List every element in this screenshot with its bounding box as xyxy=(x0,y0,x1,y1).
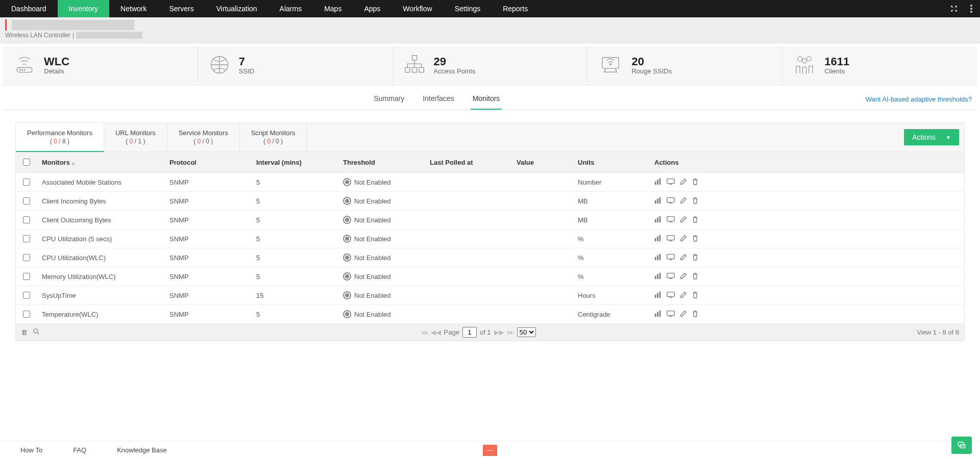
subtab-summary[interactable]: Summary xyxy=(372,88,406,110)
column-header[interactable]: Monitors▲ xyxy=(37,152,164,173)
edit-icon[interactable] xyxy=(680,253,687,262)
edit-icon[interactable] xyxy=(680,291,687,300)
chart-icon[interactable] xyxy=(654,253,662,262)
chart-icon[interactable] xyxy=(654,197,662,206)
row-checkbox[interactable] xyxy=(23,197,30,205)
column-header[interactable]: Value xyxy=(511,152,573,173)
monitor-name[interactable]: Client Outcoming Bytes xyxy=(37,211,164,230)
stat-card-4[interactable]: 1611 Clients xyxy=(782,46,977,85)
edit-icon[interactable] xyxy=(680,216,687,224)
monitor-name[interactable]: CPU Utilization(WLC) xyxy=(37,248,164,267)
nav-item-workflow[interactable]: Workflow xyxy=(391,0,443,17)
table-row: Associated Mobile Stations SNMP 5 Not En… xyxy=(16,173,965,192)
monitor-tab-1[interactable]: URL Monitors( 0 / 1 ) xyxy=(104,123,167,151)
monitor-name[interactable]: Memory Utilization(WLC) xyxy=(37,267,164,286)
row-checkbox[interactable] xyxy=(23,254,30,261)
trash-icon[interactable] xyxy=(692,253,698,262)
chart-icon[interactable] xyxy=(654,291,662,300)
edit-icon[interactable] xyxy=(680,272,687,281)
first-page-icon[interactable]: ⏮ xyxy=(421,328,428,336)
monitor-tab-3[interactable]: Script Monitors( 0 / 0 ) xyxy=(240,123,307,151)
subtab-interfaces[interactable]: Interfaces xyxy=(421,88,456,110)
trash-icon[interactable] xyxy=(692,291,698,300)
search-icon[interactable] xyxy=(33,328,40,337)
last-page-icon[interactable]: ⏭ xyxy=(507,328,514,336)
monitor-name[interactable]: CPU Utilization (5 secs) xyxy=(37,230,164,248)
device-sub-redacted xyxy=(76,32,142,39)
monitor-icon[interactable] xyxy=(667,178,675,187)
monitor-tab-2[interactable]: Service Monitors( 0 / 0 ) xyxy=(167,123,240,151)
ai-thresholds-link[interactable]: Want AI-based adaptive thresholds? xyxy=(866,95,972,103)
nav-item-reports[interactable]: Reports xyxy=(492,0,539,17)
column-header[interactable]: Threshold xyxy=(338,152,425,173)
row-checkbox[interactable] xyxy=(23,273,30,280)
more-icon[interactable] xyxy=(963,0,980,17)
nav-item-apps[interactable]: Apps xyxy=(353,0,391,17)
trash-icon[interactable] xyxy=(692,272,698,281)
next-page-icon[interactable]: ▶▶ xyxy=(494,328,504,336)
chart-icon[interactable] xyxy=(654,216,662,224)
stat-card-0[interactable]: WLC Details xyxy=(3,46,198,85)
column-header[interactable]: Protocol xyxy=(164,152,251,173)
row-checkbox[interactable] xyxy=(23,311,30,318)
nav-item-dashboard[interactable]: Dashboard xyxy=(0,0,58,17)
column-header[interactable]: Units xyxy=(573,152,649,173)
monitor-value xyxy=(511,211,573,230)
nav-item-servers[interactable]: Servers xyxy=(158,0,205,17)
edit-icon[interactable] xyxy=(680,178,687,187)
monitor-tab-0[interactable]: Performance Monitors( 0 / 8 ) xyxy=(16,123,104,152)
nav-item-network[interactable]: Network xyxy=(109,0,158,17)
row-checkbox[interactable] xyxy=(23,216,30,223)
monitor-icon[interactable] xyxy=(667,235,675,243)
select-all-checkbox[interactable] xyxy=(23,159,30,166)
stat-card-3[interactable]: 20 Rouge SSIDs xyxy=(587,46,782,85)
trash-icon[interactable] xyxy=(692,235,698,243)
chart-icon[interactable] xyxy=(654,310,662,319)
monitor-name[interactable]: Temperature(WLC) xyxy=(37,305,164,324)
monitor-lastpolled xyxy=(425,192,511,211)
monitor-name[interactable]: Client Incoming Bytes xyxy=(37,192,164,211)
table-row: Temperature(WLC) SNMP 5 Not Enabled Cent… xyxy=(16,305,965,324)
actions-button[interactable]: Actions ▼ xyxy=(904,129,959,145)
monitor-name[interactable]: SysUpTime xyxy=(37,286,164,305)
trash-icon[interactable] xyxy=(692,310,698,319)
row-checkbox[interactable] xyxy=(23,235,30,242)
svg-rect-18 xyxy=(657,180,658,185)
monitor-icon[interactable] xyxy=(667,272,675,281)
monitor-icon[interactable] xyxy=(667,216,675,224)
edit-icon[interactable] xyxy=(680,197,687,206)
prev-page-icon[interactable]: ◀◀ xyxy=(431,328,441,336)
monitor-icon[interactable] xyxy=(667,197,675,206)
chart-icon[interactable] xyxy=(654,178,662,187)
trash-icon[interactable] xyxy=(692,178,698,187)
monitor-name[interactable]: Associated Mobile Stations xyxy=(37,173,164,192)
page-input[interactable] xyxy=(462,327,477,338)
svg-point-4 xyxy=(19,69,20,70)
trash-icon[interactable] xyxy=(692,197,698,206)
stat-label: Details xyxy=(44,67,69,75)
delete-icon[interactable]: 🗑 xyxy=(21,328,28,336)
edit-icon[interactable] xyxy=(680,235,687,243)
trash-icon[interactable] xyxy=(692,216,698,224)
nav-item-settings[interactable]: Settings xyxy=(444,0,492,17)
nav-item-alarms[interactable]: Alarms xyxy=(268,0,313,17)
column-header[interactable]: Last Polled at xyxy=(425,152,511,173)
nav-item-maps[interactable]: Maps xyxy=(313,0,353,17)
monitor-icon[interactable] xyxy=(667,291,675,300)
collapse-icon[interactable] xyxy=(945,0,963,17)
edit-icon[interactable] xyxy=(680,310,687,319)
page-size-select[interactable]: 50 xyxy=(517,327,536,337)
nav-item-virtualization[interactable]: Virtualization xyxy=(205,0,268,17)
chart-icon[interactable] xyxy=(654,235,662,243)
row-checkbox[interactable] xyxy=(23,178,30,186)
column-header[interactable]: Interval (mins) xyxy=(251,152,338,173)
nav-item-inventory[interactable]: Inventory xyxy=(58,0,110,17)
stat-card-2[interactable]: 29 Access Points xyxy=(393,46,588,85)
column-header[interactable]: Actions xyxy=(649,152,965,173)
subtab-monitors[interactable]: Monitors xyxy=(471,88,502,110)
row-checkbox[interactable] xyxy=(23,292,30,299)
stat-card-1[interactable]: 7 SSID xyxy=(198,46,393,85)
monitor-icon[interactable] xyxy=(667,310,675,319)
chart-icon[interactable] xyxy=(654,272,662,281)
monitor-icon[interactable] xyxy=(667,253,675,262)
